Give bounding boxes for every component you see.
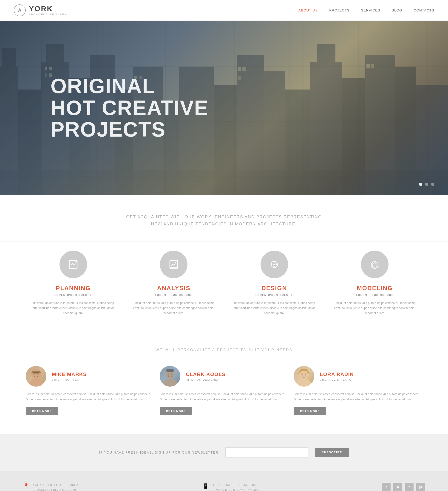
mike-name: MIKE MARKS: [52, 371, 87, 377]
modeling-subtitle: LOREM IPSUM DOLORE: [331, 293, 418, 296]
lora-header: LORA RADIN CREATIVE DIRECTOR: [294, 366, 422, 387]
main-nav: ABOUT US PROJECTS SERVICES BLOG CONTACTS: [298, 8, 434, 12]
svg-point-63: [167, 373, 169, 376]
service-design: DESIGN LOREM IPSUM DOLORE Tincidunt dolo…: [231, 251, 318, 316]
svg-rect-22: [49, 66, 52, 70]
linkedin-icon[interactable]: in: [393, 483, 402, 491]
lora-info: LORA RADIN CREATIVE DIRECTOR: [320, 371, 354, 381]
hero-dot-1[interactable]: [419, 183, 422, 186]
clark-info: CLARK KOOLS INTERIOR DESIGNER: [186, 371, 225, 381]
twitter-icon[interactable]: t: [405, 483, 414, 491]
hero-title: ORIGINAL HOT CREATIVE PROJECTS: [50, 75, 208, 141]
modeling-desc: Tincidunt dolor nunc vule putate ur ips …: [331, 301, 418, 316]
lora-name: LORA RADIN: [320, 371, 354, 377]
team-header-section: WE WILL PERSONALIZE A PROJECT TO SUIT YO…: [0, 334, 448, 357]
service-analysis: ANALYSIS LOREM IPSUM DOLORE Tincidunt do…: [130, 251, 217, 316]
logo[interactable]: A YORK ARCHITECTURE BUREAU: [14, 4, 69, 16]
svg-point-67: [296, 378, 312, 387]
hero-line1: ORIGINAL: [50, 75, 155, 98]
nav-projects[interactable]: PROJECTS: [329, 8, 350, 12]
nav-services[interactable]: SERVICES: [361, 8, 380, 12]
site-header: A YORK ARCHITECTURE BUREAU ABOUT US PROJ…: [0, 0, 448, 21]
footer-email: E-MAIL: MAIL@DEMOLINK.ORG: [213, 488, 260, 491]
planning-icon: [68, 259, 79, 270]
intro-text: GET ACQUAINTED WITH OUR WORK, ENGINEERS …: [86, 214, 362, 227]
svg-rect-4: [46, 44, 64, 62]
nav-contacts[interactable]: CONTACTS: [414, 8, 434, 12]
nav-blog[interactable]: BLOG: [392, 8, 402, 12]
svg-point-62: [162, 378, 178, 387]
clark-name: CLARK KOOLS: [186, 371, 225, 377]
mike-read-more-button[interactable]: READ MORE: [26, 407, 58, 415]
design-title: DESIGN: [231, 285, 318, 292]
newsletter-text: IF YOU HAVE FRESH IDEAS, SIGN UP FOR OUR…: [99, 451, 218, 454]
modeling-title: MODELING: [331, 285, 418, 292]
facebook-icon[interactable]: f: [382, 483, 390, 491]
logo-subtitle: ARCHITECTURE BUREAU: [29, 13, 69, 16]
planning-subtitle: LOREM IPSUM DOLORE: [30, 293, 117, 296]
svg-rect-32: [0, 170, 448, 195]
footer-phone-block: 📱 TELEPHONE: +1 800 603 6035 E-MAIL: MAI…: [203, 483, 260, 491]
team-header-text: WE WILL PERSONALIZE A PROJECT TO SUIT YO…: [14, 348, 434, 352]
footer-address1: 28 JACKSON BLVD STE 1020: [33, 488, 81, 491]
location-icon: 📍: [23, 483, 29, 489]
clark-read-more-button[interactable]: READ MORE: [160, 407, 192, 415]
svg-rect-27: [238, 66, 241, 71]
svg-point-54: [28, 378, 44, 387]
svg-rect-21: [45, 66, 47, 70]
mike-bio: Lorem ipsum dolor sit amet, consectet ad…: [26, 392, 154, 402]
svg-rect-60: [31, 371, 41, 373]
svg-rect-42: [271, 264, 272, 265]
intro-section: GET ACQUAINTED WITH OUR WORK, ENGINEERS …: [0, 195, 448, 241]
hero-dots: [419, 183, 434, 186]
logo-title: YORK: [29, 5, 69, 13]
svg-marker-46: [373, 263, 377, 267]
hero-content: ORIGINAL HOT CREATIVE PROJECTS: [0, 75, 208, 141]
newsletter-input[interactable]: [225, 447, 308, 457]
subscribe-button[interactable]: SUBSCRIBE: [315, 448, 349, 457]
email-address: MAIL@DEMOLINK.ORG: [225, 488, 260, 491]
team-member-mike: MIKE MARKS CHIEF ARCHITECT Lorem ipsum d…: [26, 366, 154, 415]
team-member-clark: CLARK KOOLS INTERIOR DESIGNER Lorem ipsu…: [160, 366, 288, 415]
design-subtitle: LOREM IPSUM DOLORE: [231, 293, 318, 296]
footer-phone: TELEPHONE: +1 800 603 6035: [213, 483, 260, 488]
modeling-icon-circle: [361, 251, 389, 278]
analysis-subtitle: LOREM IPSUM DOLORE: [130, 293, 217, 296]
planning-icon-circle: [59, 251, 87, 278]
mike-avatar-illustration: [26, 366, 46, 387]
svg-rect-30: [366, 64, 370, 68]
hero-dot-3[interactable]: [431, 183, 434, 186]
svg-rect-1: [2, 48, 16, 66]
lora-avatar: [294, 366, 314, 387]
analysis-icon-circle: [160, 251, 187, 278]
lora-role: CREATIVE DIRECTOR: [320, 378, 354, 381]
analysis-icon: [168, 259, 179, 270]
svg-rect-43: [276, 264, 278, 265]
lora-avatar-illustration: [294, 366, 314, 387]
service-planning: PLANNING LOREM IPSUM DOLORE Tincidunt do…: [30, 251, 117, 316]
lora-read-more-button[interactable]: READ MORE: [294, 407, 326, 415]
mike-role: CHIEF ARCHITECT: [52, 378, 87, 381]
logo-text: YORK ARCHITECTURE BUREAU: [29, 5, 69, 16]
analysis-desc: Tincidunt dolor nunc vule putate ur ips …: [130, 301, 217, 316]
team-section: MIKE MARKS CHIEF ARCHITECT Lorem ipsum d…: [0, 357, 448, 433]
hero-section: ORIGINAL HOT CREATIVE PROJECTS: [0, 21, 448, 195]
googleplus-icon[interactable]: g+: [416, 483, 425, 491]
svg-point-44: [273, 264, 275, 265]
modeling-icon: [369, 259, 380, 270]
mike-header: MIKE MARKS CHIEF ARCHITECT: [26, 366, 154, 387]
lora-bio: Lorem ipsum dolor sit amet, consectet ad…: [294, 392, 422, 402]
svg-point-64: [171, 373, 173, 376]
svg-rect-28: [242, 66, 246, 71]
email-label: E-MAIL:: [213, 488, 224, 491]
clark-role: INTERIOR DESIGNER: [186, 378, 225, 381]
svg-rect-41: [273, 266, 275, 268]
svg-rect-40: [273, 261, 275, 262]
clark-avatar: [160, 366, 180, 387]
phone-label: TELEPHONE:: [213, 483, 232, 487]
hero-dot-2[interactable]: [425, 183, 428, 186]
design-icon-circle: [261, 251, 288, 278]
svg-point-65: [166, 369, 174, 372]
nav-about[interactable]: ABOUT US: [298, 8, 318, 12]
design-desc: Tincidunt dolor nunc vule putate ur ips …: [231, 301, 318, 316]
